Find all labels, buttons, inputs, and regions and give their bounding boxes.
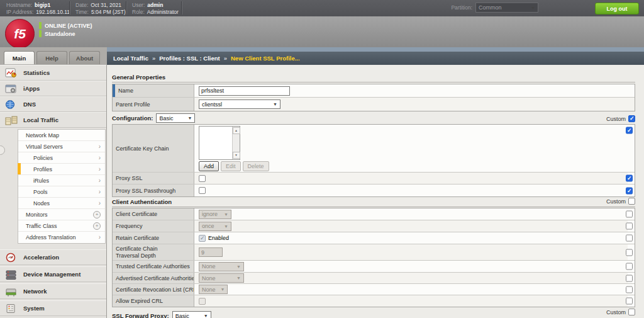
allow-expired-crl-checkbox [199, 298, 206, 305]
status-green-bar-icon [39, 22, 42, 29]
crl-label: Certificate Revocation List (CRL) [113, 284, 194, 295]
main-content: General Properties Name Parent Profile c… [107, 65, 644, 318]
submenu-item-pools[interactable]: Pools› [18, 186, 105, 198]
crl-select: None▼ [199, 285, 228, 294]
expand-plus-icon[interactable]: + [93, 222, 101, 230]
iapps-icon [5, 84, 18, 94]
sidebar-item-device-management[interactable]: Device Management [0, 266, 106, 282]
breadcrumb-profiles-ssl-client[interactable]: Profiles : SSL : Client [159, 55, 219, 62]
sidebar-item-local-traffic[interactable]: Local Traffic [0, 112, 106, 128]
acceleration-icon [5, 253, 18, 263]
general-properties-title: General Properties [112, 74, 165, 81]
tab-main[interactable]: Main [4, 51, 35, 64]
sidebar-item-dns[interactable]: DNS [0, 96, 106, 112]
user-label: User: [132, 2, 145, 8]
sidebar-item-label: Acceleration [23, 254, 59, 261]
custom-label: Custom [606, 116, 626, 122]
proxy-ssl-passthrough-checkbox[interactable] [199, 187, 206, 194]
crl-custom-checkbox[interactable] [626, 286, 633, 293]
f5-logo[interactable]: f5 [5, 19, 35, 48]
ssl-forward-proxy-header: SSL Forward Proxy: Basic▼ [112, 311, 211, 318]
sidebar-item-iapps[interactable]: iApps [0, 81, 106, 96]
sidebar-item-label: iApps [23, 85, 40, 92]
submenu-item-network-map[interactable]: Network Map [18, 130, 105, 141]
configuration-custom-checkbox[interactable] [628, 115, 635, 122]
submenu-item-address-translation[interactable]: Address Translation› [18, 232, 105, 243]
submenu-item-traffic-class[interactable]: Traffic Class+ [18, 220, 105, 232]
parent-profile-select[interactable]: clientssl▼ [199, 99, 280, 109]
table-row-advertised-ca: Advertised Certificate Authorities None▼ [113, 273, 635, 284]
scroll-down-icon[interactable]: ▼ [233, 152, 240, 159]
retain-certificate-custom-checkbox[interactable] [626, 235, 633, 242]
chevron-down-icon: ▼ [221, 287, 225, 292]
client-certificate-custom-checkbox[interactable] [626, 211, 633, 218]
submenu-item-nodes[interactable]: Nodes› [18, 198, 105, 209]
ssl-forward-proxy-mode-select[interactable]: Basic▼ [172, 311, 211, 318]
frequency-custom-checkbox[interactable] [626, 223, 633, 230]
submenu-item-policies[interactable]: Policies› [18, 152, 105, 164]
table-row-allow-expired-crl: Allow Expired CRL [113, 295, 635, 307]
traversal-depth-custom-checkbox[interactable] [626, 249, 633, 256]
table-row-name: Name [113, 84, 635, 98]
sidebar-item-acceleration[interactable]: Acceleration [0, 249, 106, 265]
tab-about[interactable]: About [69, 51, 100, 64]
configuration-mode-select[interactable]: Basic▼ [156, 113, 195, 123]
allow-expired-crl-custom-checkbox[interactable] [626, 298, 633, 305]
submenu-item-virtual-servers[interactable]: Virtual Servers› [18, 141, 105, 152]
proxy-ssl-passthrough-label: Proxy SSL Passthrough [113, 185, 194, 196]
sidebar-item-system[interactable]: System [0, 300, 106, 316]
user-info-group: User:admin Role:Administrator [132, 2, 179, 15]
status-green-bar-icon [39, 30, 42, 37]
edit-button[interactable]: Edit [221, 161, 241, 171]
proxy-ssl-custom-checkbox[interactable] [626, 175, 633, 182]
frequency-select: once▼ [199, 222, 231, 231]
ssl-forward-proxy-custom: Custom [606, 309, 635, 315]
submenu-item-profiles[interactable]: Profiles› [18, 164, 105, 175]
sidebar-item-label: DNS [23, 101, 36, 108]
table-row-proxy-ssl: Proxy SSL [113, 173, 635, 185]
listbox-scrollbar[interactable]: ▲ ▼ [232, 127, 240, 159]
submenu-item-irules[interactable]: iRules› [18, 175, 105, 186]
date-label: Date: [75, 2, 88, 8]
certificate-key-chain-listbox[interactable]: ▲ ▼ [199, 126, 240, 160]
table-row-certificate-key-chain: Certificate Key Chain ▲ ▼ Add Edit Delet… [113, 125, 635, 173]
ssl-forward-proxy-custom-checkbox[interactable] [628, 309, 635, 315]
host-info-group: Hostname:bigip1 IP Address:192.168.10.11 [6, 2, 70, 15]
breadcrumb-local-traffic[interactable]: Local Traffic [113, 55, 148, 62]
advertised-ca-custom-checkbox[interactable] [626, 275, 633, 281]
expand-plus-icon[interactable]: + [93, 211, 101, 219]
tab-help[interactable]: Help [36, 51, 67, 64]
logout-button[interactable]: Log out [595, 3, 639, 14]
sidebar-item-label: Local Traffic [23, 116, 58, 123]
allow-expired-crl-label: Allow Expired CRL [113, 295, 194, 307]
chevron-right-icon: › [99, 190, 101, 195]
local-traffic-submenu: Network Map Virtual Servers› Policies› P… [18, 129, 106, 244]
chevron-right-icon: › [99, 156, 101, 161]
sidebar-item-statistics[interactable]: Statistics [0, 65, 106, 81]
add-button[interactable]: Add [199, 161, 219, 171]
sidebar-collapse-handle[interactable] [0, 145, 5, 155]
time-value: 5:04 PM (JST) [91, 9, 126, 15]
proxy-ssl-passthrough-custom-checkbox[interactable] [626, 187, 633, 194]
ip-value: 192.168.10.11 [36, 9, 70, 15]
partition-select[interactable]: Common▼ [475, 3, 538, 13]
frequency-label: Frequency [113, 220, 194, 232]
sidebar-item-network[interactable]: Network [0, 283, 106, 299]
role-value: Administrator [147, 9, 179, 15]
scroll-up-icon[interactable]: ▲ [233, 127, 240, 134]
client-auth-custom: Custom [606, 198, 635, 205]
submenu-item-monitors[interactable]: Monitors+ [18, 209, 105, 220]
name-label: Name [113, 84, 194, 97]
client-auth-custom-checkbox[interactable] [628, 198, 635, 205]
sidebar-item-label: System [23, 305, 45, 312]
role-label: Role: [132, 9, 145, 15]
proxy-ssl-checkbox[interactable] [199, 175, 206, 182]
name-input[interactable] [199, 86, 290, 96]
chevron-down-icon: ▼ [273, 102, 277, 106]
local-traffic-icon [5, 115, 18, 125]
system-icon [5, 304, 18, 314]
advertised-ca-select: None▼ [199, 273, 244, 283]
certificate-key-chain-custom-checkbox[interactable] [626, 127, 633, 134]
delete-button[interactable]: Delete [243, 161, 269, 171]
trusted-ca-custom-checkbox[interactable] [626, 263, 633, 270]
